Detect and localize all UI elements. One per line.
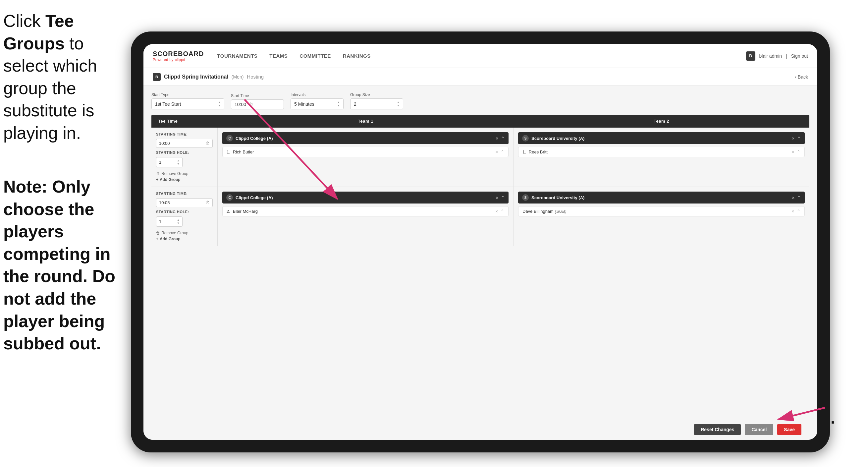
intervals-input[interactable]: 5 Minutes ▲ ▼	[290, 98, 344, 109]
group-size-label: Group Size	[350, 92, 403, 97]
player-row-1-2[interactable]: 2. Blair McHarg × ⌃	[222, 206, 508, 216]
starting-hole-input-2[interactable]: 1 ▲ ▼	[156, 216, 183, 227]
starting-hole-label-1: STARTING HOLE:	[156, 150, 213, 154]
tee-actions-1: 🗑 Remove Group + Add Group	[156, 171, 213, 182]
starting-time-input-2[interactable]: 10:05 ⏱	[156, 198, 213, 207]
main-content: Start Type 1st Tee Start ▲ ▼ Start Time …	[144, 86, 817, 440]
table-body: STARTING TIME: 10:00 ⏱ STARTING HOLE: 1 …	[151, 127, 809, 246]
logo: SCOREBOARD Powered by clippd	[153, 50, 204, 62]
player-x-2-1[interactable]: ×	[792, 149, 794, 154]
player-expand-2-1[interactable]: ⌃	[797, 149, 800, 154]
nav-committee[interactable]: COMMITTEE	[300, 53, 331, 59]
player-expand-2-2[interactable]: ⌃	[797, 209, 800, 214]
save-button[interactable]: Save	[777, 424, 801, 435]
instruction-note: Note: Only choose the players competing …	[3, 176, 126, 355]
group-size-spinner[interactable]: ▲ ▼	[397, 101, 400, 107]
team2-expand-1[interactable]: ⌃	[797, 136, 801, 141]
nav-rankings[interactable]: RANKINGS	[343, 53, 371, 59]
team1-badge-1: C	[226, 135, 233, 142]
schedule-table: STARTING TIME: 10:00 ⏱ STARTING HOLE: 1 …	[151, 127, 809, 419]
start-type-field: Start Type 1st Tee Start ▲ ▼	[151, 92, 224, 109]
th-team1: Team 1	[218, 115, 514, 127]
start-time-input[interactable]: 10:00 ⏱	[231, 99, 284, 109]
team2-cell-1: S Scoreboard University (A) × ⌃ 1. Rees …	[514, 127, 809, 186]
player-row-2-1[interactable]: 1. Rees Britt × ⌃	[518, 147, 805, 157]
instruction-main: Click Tee Groups to select which group t…	[3, 10, 126, 145]
config-row: Start Type 1st Tee Start ▲ ▼ Start Time …	[151, 92, 809, 109]
team2-expand-2[interactable]: ⌃	[797, 195, 801, 200]
team1-name-1: Clippd College (A)	[236, 136, 493, 141]
nav-right: B blair admin | Sign out	[746, 51, 808, 61]
starting-hole-input-1[interactable]: 1 ▲ ▼	[156, 157, 183, 167]
team1-expand-1[interactable]: ⌃	[501, 136, 504, 141]
time-icon-2: ⏱	[206, 200, 210, 205]
sign-out-link[interactable]: Sign out	[791, 53, 808, 59]
tournament-gender: (Men)	[231, 74, 244, 80]
starting-time-val-2: 10:05	[159, 200, 170, 205]
team2-controls-1: × ⌃	[792, 136, 801, 141]
group-size-field: Group Size 2 ▲ ▼	[350, 92, 403, 109]
player-name-1-1: Rich Butler	[233, 149, 493, 154]
team1-expand-2[interactable]: ⌃	[501, 195, 504, 200]
group-size-input[interactable]: 2 ▲ ▼	[350, 98, 403, 109]
nav-tournaments[interactable]: TOURNAMENTS	[217, 53, 257, 59]
cancel-button[interactable]: Cancel	[745, 424, 773, 435]
team2-name-2: Scoreboard University (A)	[531, 195, 789, 200]
clock-icon: ⏱	[249, 102, 253, 107]
starting-hole-label-2: STARTING HOLE:	[156, 210, 213, 214]
player-expand-1-2[interactable]: ⌃	[501, 209, 504, 214]
player-x-1-2[interactable]: ×	[495, 209, 498, 214]
back-link[interactable]: ‹ Back	[795, 74, 808, 80]
team2-x-2[interactable]: ×	[792, 195, 795, 200]
team1-cell-2: C Clippd College (A) × ⌃ 2. Blair McHarg	[218, 187, 514, 246]
tee-groups-bold: Tee Groups	[3, 11, 74, 53]
starting-hole-val-2: 1	[159, 219, 161, 224]
team1-controls-1: × ⌃	[496, 136, 504, 141]
reset-changes-button[interactable]: Reset Changes	[694, 424, 741, 435]
hole-spinner-2[interactable]: ▲ ▼	[177, 218, 180, 225]
intervals-label: Intervals	[290, 92, 344, 97]
add-group-btn-1[interactable]: + Add Group	[156, 177, 213, 182]
add-group-btn-2[interactable]: + Add Group	[156, 237, 213, 241]
team1-name-2: Clippd College (A)	[236, 195, 493, 200]
intervals-spinner[interactable]: ▲ ▼	[337, 101, 340, 107]
start-type-label: Start Type	[151, 92, 224, 97]
nav-teams[interactable]: TEAMS	[269, 53, 287, 59]
th-team2: Team 2	[514, 115, 809, 127]
start-type-spinner[interactable]: ▲ ▼	[218, 101, 221, 107]
tee-actions-2: 🗑 Remove Group + Add Group	[156, 231, 213, 241]
starting-time-label-2: STARTING TIME:	[156, 192, 213, 196]
player-expand-1-1[interactable]: ⌃	[501, 149, 504, 154]
team1-header-1[interactable]: C Clippd College (A) × ⌃	[222, 132, 508, 144]
team2-header-2[interactable]: S Scoreboard University (A) × ⌃	[518, 192, 805, 204]
player-x-1-1[interactable]: ×	[495, 149, 498, 154]
remove-group-btn-1[interactable]: 🗑 Remove Group	[156, 171, 213, 176]
spinner-down-gs[interactable]: ▼	[397, 104, 400, 107]
starting-time-input-1[interactable]: 10:00 ⏱	[156, 139, 213, 148]
start-type-input[interactable]: 1st Tee Start ▲ ▼	[151, 98, 224, 109]
team2-x-1[interactable]: ×	[792, 136, 795, 141]
spinner-down[interactable]: ▼	[218, 104, 221, 107]
remove-group-btn-2[interactable]: 🗑 Remove Group	[156, 231, 213, 235]
team2-cell-2: S Scoreboard University (A) × ⌃ Dave Bil…	[514, 187, 809, 246]
team1-x-2[interactable]: ×	[496, 195, 498, 200]
player-row-2-2[interactable]: Dave Billingham (SUB) × ⌃	[518, 206, 805, 216]
spinner-down-intervals[interactable]: ▼	[337, 104, 340, 107]
player-row-1-1[interactable]: 1. Rich Butler × ⌃	[222, 147, 508, 157]
spinner-up-intervals[interactable]: ▲	[337, 101, 340, 104]
tablet-screen: SCOREBOARD Powered by clippd TOURNAMENTS…	[144, 44, 817, 440]
sub-header-left: B Clippd Spring Invitational (Men) Hosti…	[153, 73, 795, 81]
spinner-up-gs[interactable]: ▲	[397, 101, 400, 104]
start-time-value: 10:00	[235, 102, 246, 107]
intervals-value: 5 Minutes	[294, 101, 314, 107]
team2-header-1[interactable]: S Scoreboard University (A) × ⌃	[518, 132, 805, 144]
player-x-2-2[interactable]: ×	[792, 209, 794, 214]
team1-header-2[interactable]: C Clippd College (A) × ⌃	[222, 192, 508, 204]
starting-hole-val-1: 1	[159, 160, 161, 165]
player-name-2-2: Dave Billingham (SUB)	[523, 209, 789, 214]
spinner-up[interactable]: ▲	[218, 101, 221, 104]
table-row: STARTING TIME: 10:05 ⏱ STARTING HOLE: 1 …	[151, 187, 809, 246]
hole-spinner-1[interactable]: ▲ ▼	[177, 159, 180, 166]
team1-x-1[interactable]: ×	[496, 136, 498, 141]
tee-time-cell-2: STARTING TIME: 10:05 ⏱ STARTING HOLE: 1 …	[151, 187, 218, 246]
